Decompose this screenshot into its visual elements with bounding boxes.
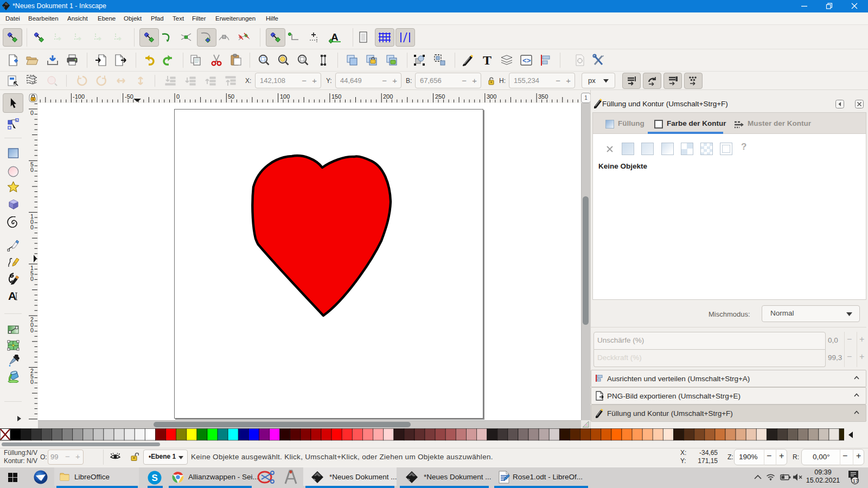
svg-text:150: 150 (331, 93, 341, 100)
svg-text:0: 0 (30, 166, 34, 173)
svg-text:-50: -50 (125, 93, 133, 100)
svg-text:-100: -100 (73, 93, 85, 100)
svg-text:50: 50 (228, 93, 234, 100)
svg-text:T: T (483, 54, 492, 67)
svg-text:3: 3 (30, 420, 34, 420)
svg-text:0: 0 (30, 327, 34, 333)
svg-text:0: 0 (30, 378, 34, 385)
svg-text:250: 250 (435, 93, 445, 100)
svg-text:S: S (152, 473, 158, 483)
svg-text:100: 100 (280, 93, 290, 100)
svg-text:0: 0 (30, 275, 34, 282)
svg-text:17: 17 (853, 478, 859, 484)
svg-text:0: 0 (176, 93, 180, 100)
svg-text:300: 300 (487, 93, 496, 100)
svg-text:200: 200 (383, 93, 393, 100)
svg-text:<>: <> (522, 57, 531, 65)
svg-text:A: A (8, 290, 16, 302)
svg-text:350: 350 (538, 93, 548, 100)
svg-text:0: 0 (30, 110, 34, 116)
svg-text:0: 0 (30, 224, 34, 230)
